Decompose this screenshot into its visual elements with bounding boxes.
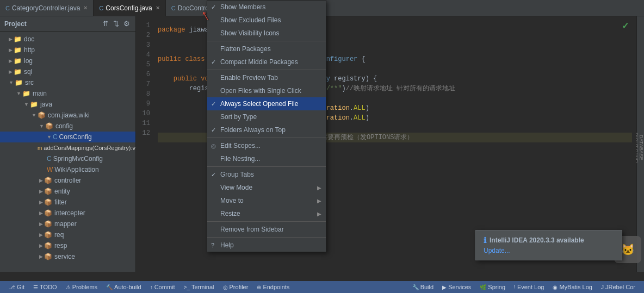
tree-item-entity[interactable]: ▶ 📦 entity [0, 186, 135, 197]
tree-item-resp[interactable]: ▶ 📦 resp [0, 240, 135, 251]
menu-item-group-tabs[interactable]: ✓ Group Tabs [207, 168, 326, 181]
status-endpoints[interactable]: ⊕ Endpoints [252, 281, 294, 293]
collapse-arrow: ▶ [9, 47, 13, 53]
menu-separator [207, 166, 326, 167]
package-icon: 📦 [45, 122, 53, 130]
menu-item-always-select[interactable]: ✓ Always Select Opened File [207, 97, 326, 110]
collapse-arrow: ▶ [39, 232, 43, 238]
collapse-arrow: ▶ [9, 69, 13, 74]
checkmark-icon: ✓ [211, 101, 216, 108]
tree-item-wikiapplication[interactable]: W WikiApplication [0, 164, 135, 175]
mybatis-icon: ◉ [553, 284, 558, 290]
status-todo[interactable]: ☰ TODO [29, 281, 61, 293]
collapse-arrow: ▶ [39, 200, 43, 205]
tab-category-controller[interactable]: C CategoryController.java ✕ [0, 0, 94, 16]
menu-separator [207, 41, 326, 41]
menu-separator [207, 70, 326, 70]
package-icon: 📦 [44, 209, 52, 217]
expand-arrow: ▼ [32, 113, 36, 118]
tree-item-http[interactable]: ▶ 📁 http [0, 45, 135, 55]
menu-item-edit-scopes[interactable]: ◎ Edit Scopes... [207, 139, 326, 152]
sidebar: Project ⇈ ⇅ ⚙ ▶ 📁 doc ▶ 📁 http ▶ [0, 16, 136, 272]
collapse-arrow: ▶ [39, 210, 43, 216]
tab-close-button[interactable]: ✕ [83, 5, 88, 11]
package-icon: 📦 [44, 188, 52, 195]
submenu-arrow-icon: ▶ [317, 198, 321, 204]
collapse-all-icon[interactable]: ⇈ [102, 19, 110, 28]
menu-item-remove-sidebar[interactable]: Remove from Sidebar [207, 223, 326, 236]
tree-item-log[interactable]: ▶ 📁 log [0, 55, 135, 66]
menu-item-show-excluded[interactable]: Show Excluded Files [207, 14, 326, 27]
tree-item-corsconfig[interactable]: ▼ C CorsConfig [0, 132, 135, 142]
tree-item-java[interactable]: ▼ 📁 java [0, 99, 135, 110]
notification-update-link[interactable]: Update... [484, 247, 614, 254]
status-event-log[interactable]: ! Event Log [510, 281, 548, 293]
sidebar-title: Project [4, 20, 27, 28]
sidebar-toolbar: ⇈ ⇅ ⚙ [102, 19, 131, 28]
status-commit[interactable]: ↑ Commit [146, 281, 179, 293]
sort-icon[interactable]: ⇅ [112, 19, 120, 28]
menu-item-help[interactable]: ? Help [207, 239, 326, 252]
collapse-arrow: ▶ [9, 58, 13, 64]
collapse-arrow: ▶ [39, 189, 43, 194]
tab-close-button[interactable]: ✕ [156, 5, 160, 11]
tab-cors-config[interactable]: C CorsConfig.java ✕ [94, 0, 165, 16]
tree-item-mapper[interactable]: ▶ 📦 mapper [0, 219, 135, 229]
menu-item-open-single-click[interactable]: Open Files with Single Click [207, 84, 326, 97]
tree-item-main[interactable]: ▼ 📁 main [0, 88, 135, 99]
terminal-icon: >_ [184, 284, 190, 290]
folder-icon: 📁 [14, 57, 22, 65]
menu-item-file-nesting[interactable]: File Nesting... [207, 152, 326, 165]
status-services[interactable]: ▶ Services [438, 281, 475, 293]
menu-item-view-mode[interactable]: View Mode ▶ [207, 181, 326, 194]
collapse-arrow: ▶ [39, 243, 43, 248]
menu-item-show-visibility[interactable]: Show Visibility Icons [207, 27, 326, 40]
status-spring[interactable]: 🌿 Spring [475, 281, 510, 293]
tree-item-filter[interactable]: ▶ 📦 filter [0, 197, 135, 208]
status-profiler[interactable]: ◎ Profiler [219, 281, 253, 293]
settings-gear-icon[interactable]: ⚙ [122, 19, 131, 28]
menu-item-resize[interactable]: Resize ▶ [207, 207, 326, 220]
menu-item-move-to[interactable]: Move to ▶ [207, 194, 326, 207]
status-autobuild[interactable]: 🔨 Auto-build [102, 281, 146, 293]
menu-item-flatten-packages[interactable]: Flatten Packages [207, 42, 326, 55]
tree-item-doc[interactable]: ▶ 📁 doc [0, 34, 135, 45]
info-icon: ℹ [484, 236, 486, 245]
spring-icon: 🌿 [480, 284, 486, 290]
package-icon: 📦 [44, 231, 52, 239]
tree-item-service[interactable]: ▶ 📦 service [0, 251, 135, 262]
folder-icon: 📁 [30, 101, 38, 108]
class-icon: C [99, 5, 103, 11]
submenu-arrow-icon: ▶ [317, 185, 321, 191]
tree-item-intercepter[interactable]: ▶ 📦 intercepter [0, 208, 135, 219]
endpoints-icon: ⊕ [257, 284, 261, 290]
submenu-arrow-icon: ▶ [317, 211, 321, 217]
method-icon: m [38, 145, 42, 151]
context-menu: ✓ Show Members Show Excluded Files Show … [207, 0, 326, 252]
menu-item-sort-by-type[interactable]: Sort by Type [207, 110, 326, 123]
menu-item-enable-preview[interactable]: Enable Preview Tab [207, 71, 326, 84]
menu-item-show-members[interactable]: ✓ Show Members [207, 1, 326, 14]
menu-item-folders-on-top[interactable]: ✓ Folders Always on Top [207, 123, 326, 136]
status-mybatis-log[interactable]: ◉ MyBatis Log [548, 281, 597, 293]
mascot-icon: 🐱 [621, 243, 635, 256]
tree-item-package-com[interactable]: ▼ 📦 com.jiawa.wiki [0, 110, 135, 121]
status-build[interactable]: 🔧 Build [408, 281, 438, 293]
line-numbers: 123456789101112 [136, 21, 153, 138]
status-git[interactable]: ⎇ Git [4, 281, 29, 293]
class-icon: C [171, 5, 176, 11]
tree-item-sql[interactable]: ▶ 📁 sql [0, 66, 135, 77]
tree-item-src[interactable]: ▼ 📁 src [0, 77, 135, 88]
tree-item-springmvcconfig[interactable]: C SpringMvcConfig [0, 153, 135, 164]
tree-item-controller[interactable]: ▶ 📦 controller [0, 175, 135, 186]
status-problems[interactable]: ⚠ Problems [61, 281, 102, 293]
tree-item-config[interactable]: ▼ 📦 config [0, 121, 135, 132]
collapse-arrow: ▶ [39, 221, 43, 227]
status-jrebel[interactable]: J JRebel Cor [597, 281, 640, 293]
menu-item-compact-middle[interactable]: ✓ Compact Middle Packages [207, 55, 326, 68]
tree-item-req[interactable]: ▶ 📦 req [0, 229, 135, 240]
status-terminal[interactable]: >_ Terminal [179, 281, 219, 293]
class-icon: C [47, 155, 52, 163]
tree-item-addcorsmappings[interactable]: m addCorsMappings(CorsRegistry):v [0, 142, 135, 153]
expand-arrow: ▼ [24, 102, 29, 107]
